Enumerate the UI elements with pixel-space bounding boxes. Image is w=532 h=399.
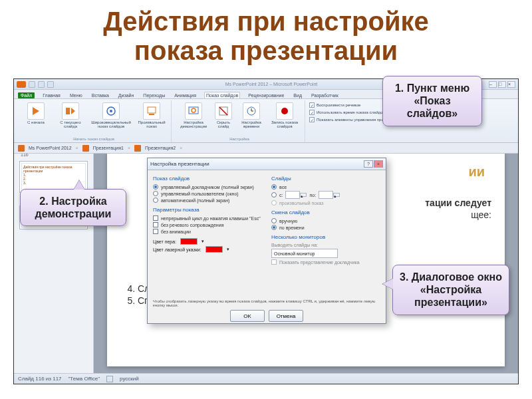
chk-no-narration[interactable]: без речевого сопровождения xyxy=(153,222,262,227)
svg-rect-1 xyxy=(66,108,70,114)
btn-broadcast[interactable]: Широковещательный показ слайдов xyxy=(88,101,134,130)
svg-marker-0 xyxy=(33,107,39,115)
dialog-hint: Чтобы отобразить лазерную указку во врем… xyxy=(148,299,386,307)
qat-redo-icon[interactable] xyxy=(47,81,54,88)
doc-icon xyxy=(18,145,25,152)
tab-slideshow[interactable]: Показ слайдов xyxy=(204,92,240,98)
qat-save-icon[interactable] xyxy=(29,81,35,88)
btn-rehearse[interactable]: Настройка времени xyxy=(237,101,266,130)
dialog-help-button[interactable]: ? xyxy=(364,160,373,168)
dialog-left-col: Показ слайдов управляемый докладчиком (п… xyxy=(153,174,262,297)
doc-tab-2[interactable]: Презентация1 xyxy=(93,146,124,150)
play-icon xyxy=(27,102,45,120)
radio-all-slides[interactable]: все xyxy=(271,184,380,190)
dialog-titlebar: Настройка презентации ? × xyxy=(148,158,386,170)
svg-point-4 xyxy=(110,110,112,112)
group-slides: Слайды xyxy=(271,176,380,182)
btn-custom-show[interactable]: Произвольный показ xyxy=(135,101,168,130)
from-input[interactable] xyxy=(285,191,300,199)
tab-animation[interactable]: Анимация xyxy=(173,92,198,98)
chk-no-animation[interactable]: без анимации xyxy=(153,229,262,234)
to-input[interactable] xyxy=(319,191,333,199)
title-line2: показа презентации xyxy=(134,36,398,65)
tab-menu[interactable]: Меню xyxy=(68,92,84,98)
cancel-button[interactable]: Отмена xyxy=(269,310,303,322)
pen-color-row: Цвет пера: ▾ xyxy=(153,238,262,245)
record-icon xyxy=(276,102,293,120)
status-theme: "Тема Office" xyxy=(68,376,100,382)
qat-undo-icon[interactable] xyxy=(38,81,45,88)
status-bar: Слайд 116 из 117 "Тема Office" русский xyxy=(14,373,518,384)
tab-review[interactable]: Рецензирование xyxy=(247,92,285,98)
tab-dev[interactable]: Разработчик xyxy=(310,92,340,98)
dialog-close-button[interactable]: × xyxy=(374,160,383,168)
group-setup: Настройка демонстрации Скрыть слайд Наст… xyxy=(174,100,305,142)
title-line1: Действия при настройке xyxy=(103,7,429,36)
hide-slide-icon xyxy=(215,102,232,120)
tab-transitions[interactable]: Переходы xyxy=(142,92,166,98)
doc-icon xyxy=(82,145,89,152)
btn-from-beginning[interactable]: С начала xyxy=(19,101,53,130)
slide-panel: Слайды Структура 116 Действия при настро… xyxy=(14,143,94,373)
tab-insert[interactable]: Вставка xyxy=(90,92,110,98)
callout-2: 2. Настройка демонстрации xyxy=(20,189,126,226)
setup-dialog: Настройка презентации ? × Показ слайдов … xyxy=(147,158,386,324)
group-show-type: Показ слайдов xyxy=(153,176,262,182)
radio-custom-show[interactable]: произвольный показ xyxy=(271,200,380,205)
svg-rect-5 xyxy=(148,107,156,113)
radio-kiosk[interactable]: автоматический (полный экран) xyxy=(153,198,262,203)
tab-design[interactable]: Дизайн xyxy=(117,92,136,98)
dialog-right-col: Слайды все с: ▴ по: ▴ произвольный показ… xyxy=(271,174,380,297)
btn-from-current[interactable]: С текущего слайда xyxy=(54,101,87,130)
monitor-label: Выводить слайды на: xyxy=(271,243,380,247)
callout-1: 1. Пункт меню «Показ слайдов» xyxy=(382,76,482,126)
radio-slide-range[interactable]: с: ▴ по: ▴ xyxy=(271,191,380,199)
group-show-options: Параметры показа xyxy=(153,207,262,213)
status-slide: Слайд 116 из 117 xyxy=(18,376,62,382)
group-start-slideshow: С начала С текущего слайда Широковещател… xyxy=(17,100,172,142)
broadcast-icon xyxy=(102,102,120,120)
dropdown-icon[interactable]: ▾ xyxy=(227,247,229,252)
play-current-icon xyxy=(62,102,79,120)
tab-home[interactable]: Главная xyxy=(41,92,62,98)
custom-show-icon xyxy=(143,102,160,120)
minimize-button[interactable]: – xyxy=(489,81,497,88)
doc-tab-1[interactable]: Ms PowerPoint 2012 xyxy=(29,146,72,150)
window-buttons: – □ × xyxy=(489,81,515,88)
chk-loop[interactable]: непрерывный цикл до нажатия клавиши "Esc… xyxy=(153,215,262,221)
close-button[interactable]: × xyxy=(507,81,515,88)
doc-icon xyxy=(134,145,141,152)
file-tab[interactable]: Файл xyxy=(18,92,35,98)
btn-hide-slide[interactable]: Скрыть слайд xyxy=(211,101,235,130)
laser-color-swatch[interactable] xyxy=(205,246,223,253)
group-advance: Смена слайдов xyxy=(271,209,380,215)
spellcheck-icon[interactable] xyxy=(106,376,113,382)
svg-marker-2 xyxy=(71,108,75,114)
setup-icon xyxy=(185,102,202,120)
group-monitors: Несколько мониторов xyxy=(271,234,380,240)
btn-setup-show[interactable]: Настройка демонстрации xyxy=(177,101,210,130)
laser-color-row: Цвет лазерной указки: ▾ xyxy=(153,246,262,253)
maximize-button[interactable]: □ xyxy=(498,81,506,88)
monitor-select[interactable]: Основной монитор xyxy=(271,249,338,258)
page-title: Действия при настройке показа презентаци… xyxy=(0,0,532,70)
tab-view[interactable]: Вид xyxy=(292,92,303,98)
radio-manual[interactable]: вручную xyxy=(271,218,380,223)
status-lang[interactable]: русский xyxy=(120,376,139,382)
radio-timings[interactable]: по времени xyxy=(271,225,380,230)
radio-presenter[interactable]: управляемый докладчиком (полный экран) xyxy=(153,184,262,190)
btn-record[interactable]: Запись показа слайдов xyxy=(267,101,302,130)
dropdown-icon[interactable]: ▾ xyxy=(201,239,204,244)
clock-icon xyxy=(243,102,260,120)
chk-presenter-view[interactable]: Показать представление докладчика xyxy=(271,259,380,265)
ok-button[interactable]: OK xyxy=(230,310,265,322)
pen-color-swatch[interactable] xyxy=(180,238,198,245)
radio-user[interactable]: управляемый пользователем (окно) xyxy=(153,191,262,196)
app-icon xyxy=(17,81,26,88)
dialog-title: Настройка презентации xyxy=(150,161,209,167)
svg-rect-6 xyxy=(149,114,154,115)
svg-point-14 xyxy=(281,108,288,114)
doc-tab-3[interactable]: Презентация2 xyxy=(145,146,176,150)
slide-text-frag2: щее: xyxy=(471,209,491,220)
callout-3: 3. Диалоговое окно «Настройка презентаци… xyxy=(392,265,509,315)
